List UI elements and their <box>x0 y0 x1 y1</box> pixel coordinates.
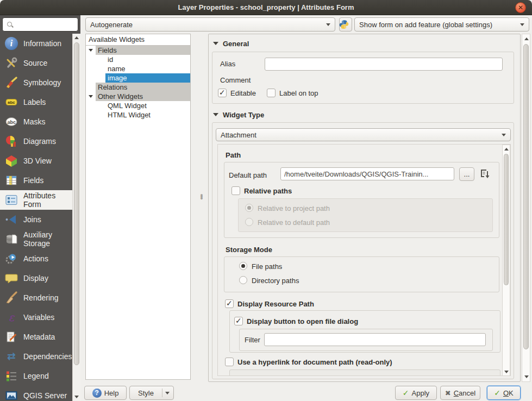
relative-to-project-radio[interactable] <box>245 204 253 212</box>
browse-path-label: ... <box>464 170 470 178</box>
sidebar-item-label: Auxiliary Storage <box>23 230 70 248</box>
alias-label: Alias <box>220 60 235 68</box>
available-widgets-title: Available Widgets <box>86 34 190 46</box>
sidebar-item-actions[interactable]: Actions <box>0 249 72 268</box>
scroll-up-icon[interactable] <box>504 148 509 151</box>
alias-input[interactable] <box>265 58 503 71</box>
panel-scrollbar-handle[interactable] <box>523 44 529 349</box>
sidebar-item-display[interactable]: Display <box>0 268 72 288</box>
tree-node-other-widgets[interactable]: Other Widgets <box>86 92 190 101</box>
apply-button[interactable]: ✓ Apply <box>395 386 437 400</box>
directory-paths-label[interactable]: Directory paths <box>252 277 299 285</box>
widget-type-scrollbar[interactable] <box>502 145 510 376</box>
tree-node-html-widget[interactable]: HTML Widget <box>86 110 190 120</box>
editable-label[interactable]: Editable <box>230 89 256 97</box>
display-button-checkbox[interactable] <box>234 317 243 325</box>
help-icon: ? <box>92 389 102 398</box>
sidebar-item-symbology[interactable]: Symbology <box>0 73 72 92</box>
collapse-widget-type-icon[interactable] <box>213 113 218 116</box>
scroll-up-icon[interactable] <box>524 37 529 40</box>
widget-type-scrollbar-handle[interactable] <box>504 154 509 285</box>
editable-checkbox[interactable] <box>218 89 227 97</box>
hyperlink-label[interactable]: Use a hyperlink for document path (read-… <box>237 358 392 366</box>
collapse-general-icon[interactable] <box>213 42 218 45</box>
sidebar-scrollbar-handle[interactable] <box>74 42 79 365</box>
sidebar: i Information Source Symbology abc Label… <box>0 15 80 401</box>
display-resource-path-label[interactable]: Display Resource Path <box>237 300 314 308</box>
panel-scrollbar[interactable] <box>522 34 530 382</box>
widget-selector-combo[interactable]: Autogenerate <box>85 17 335 32</box>
scroll-down-icon[interactable] <box>524 375 529 378</box>
window-title: Layer Properties - school_property | Att… <box>178 3 354 11</box>
relative-paths-label[interactable]: Relative paths <box>244 187 292 195</box>
browse-path-button[interactable]: ... <box>459 167 474 181</box>
tree-node-id[interactable]: id <box>86 55 190 64</box>
sidebar-item-label: Display <box>23 274 48 283</box>
display-resource-path-checkbox[interactable] <box>225 299 234 308</box>
style-label: Style <box>138 389 154 397</box>
python-form-button[interactable] <box>339 17 352 32</box>
directory-paths-radio[interactable] <box>239 276 247 284</box>
default-path-input[interactable] <box>280 167 454 180</box>
label-on-top-checkbox[interactable] <box>267 89 276 97</box>
path-options-icon[interactable] <box>478 168 491 181</box>
sidebar-item-label: Masks <box>23 117 45 126</box>
file-paths-radio[interactable] <box>239 262 247 270</box>
hyperlink-checkbox[interactable] <box>225 358 234 366</box>
filter-input[interactable] <box>264 333 486 346</box>
file-paths-label[interactable]: File paths <box>252 262 282 271</box>
sidebar-item-labels[interactable]: abc Labels <box>0 92 72 112</box>
splitter-handle[interactable]: ●●● <box>199 195 204 199</box>
sidebar-item-rendering[interactable]: Rendering <box>0 288 72 308</box>
tree-node-image[interactable]: image <box>86 73 190 83</box>
tree-node-qml-widget[interactable]: QML Widget <box>86 101 190 110</box>
help-button[interactable]: ? Help <box>84 386 127 400</box>
sidebar-item-label: Symbology <box>23 78 61 87</box>
label-on-top-label[interactable]: Label on top <box>279 89 318 97</box>
scroll-up-icon[interactable] <box>74 36 79 39</box>
tree-node-fields[interactable]: Fields <box>86 46 190 55</box>
sidebar-item-joins[interactable]: Joins <box>0 210 72 229</box>
sidebar-item-qgis-server[interactable]: QGIS Server <box>0 386 72 401</box>
sidebar-item-3d-view[interactable]: 3D View <box>0 151 72 171</box>
scroll-down-icon[interactable] <box>504 371 509 373</box>
sidebar-item-attributes-form[interactable]: Attributes Form <box>0 190 72 210</box>
sidebar-item-variables[interactable]: ε Variables <box>0 308 72 327</box>
rendering-icon <box>5 291 18 304</box>
sidebar-item-metadata[interactable]: Metadata <box>0 327 72 347</box>
form-mode-combo[interactable]: Show form on add feature (global setting… <box>354 17 529 32</box>
sidebar-item-fields[interactable]: Fields <box>0 171 72 190</box>
cancel-button[interactable]: ✖ Cancel <box>440 386 480 400</box>
relative-to-default-radio[interactable] <box>245 218 253 226</box>
apply-check-icon: ✓ <box>403 389 409 397</box>
sidebar-item-dependencies[interactable]: ⇄ Dependencies <box>0 347 72 366</box>
sidebar-item-diagrams[interactable]: Diagrams <box>0 131 72 151</box>
display-button-label[interactable]: Display button to open file dialog <box>247 317 358 325</box>
tree-node-relations[interactable]: Relations <box>86 83 190 92</box>
title-bar[interactable]: Layer Properties - school_property | Att… <box>0 0 532 15</box>
sidebar-scrollbar[interactable] <box>72 34 80 401</box>
relative-to-project-label[interactable]: Relative to project path <box>258 204 330 212</box>
sidebar-item-source[interactable]: Source <box>0 53 72 73</box>
symbology-icon <box>5 76 18 89</box>
search-icon <box>7 22 14 28</box>
display-resource-path-group: Display button to open file dialog Filte… <box>229 310 500 353</box>
scroll-down-icon[interactable] <box>74 396 79 398</box>
widget-type-combo[interactable]: Attachment <box>216 128 511 141</box>
relative-to-default-label[interactable]: Relative to default path <box>258 218 330 227</box>
style-button[interactable]: Style <box>129 386 174 400</box>
sidebar-search[interactable] <box>2 17 78 32</box>
relative-paths-checkbox[interactable] <box>231 186 240 195</box>
labels-icon: abc <box>5 96 18 109</box>
sidebar-item-masks[interactable]: abc Masks <box>0 112 72 131</box>
search-input[interactable] <box>15 19 76 30</box>
path-group: Default path ... Relative paths Relative… <box>224 162 499 238</box>
close-icon[interactable]: ✕ <box>515 2 526 13</box>
sidebar-item-legend[interactable]: Legend <box>0 366 72 386</box>
sidebar-item-information[interactable]: i Information <box>0 34 72 53</box>
layer-properties-dialog: { "window": { "title": "Layer Properties… <box>0 0 532 401</box>
auxiliary-storage-icon <box>5 233 18 246</box>
ok-button[interactable]: ✓ OK <box>487 386 521 400</box>
tree-node-name[interactable]: name <box>86 64 190 73</box>
sidebar-item-auxiliary-storage[interactable]: Auxiliary Storage <box>0 229 72 249</box>
